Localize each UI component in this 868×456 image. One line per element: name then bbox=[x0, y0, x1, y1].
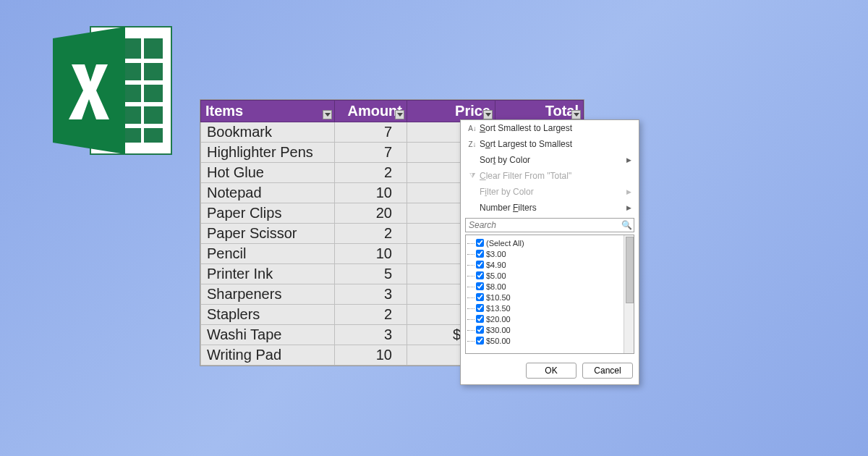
header-items[interactable]: Items bbox=[201, 101, 335, 122]
search-icon: 🔍 bbox=[619, 219, 634, 232]
scrollbar[interactable] bbox=[624, 235, 634, 353]
filter-menu: A↓ Sort Smallest to Largest Z↓ Sort Larg… bbox=[460, 119, 639, 385]
checklist-item[interactable]: $5.00 bbox=[467, 270, 632, 281]
checkbox[interactable] bbox=[476, 337, 484, 345]
cell-amount[interactable]: 5 bbox=[335, 264, 407, 284]
header-amount-label: Amount bbox=[347, 103, 402, 119]
menu-label: Sort Largest to Smallest bbox=[480, 139, 572, 149]
submenu-arrow-icon: ▶ bbox=[626, 188, 631, 195]
filter-dropdown-icon[interactable] bbox=[395, 110, 404, 119]
header-amount[interactable]: Amount bbox=[335, 101, 407, 122]
clear-filter: ⧩ Clear Filter From "Total" bbox=[461, 168, 639, 184]
cell-amount[interactable]: 2 bbox=[335, 224, 407, 244]
cell-amount[interactable]: 20 bbox=[335, 203, 407, 224]
checkbox[interactable] bbox=[476, 304, 484, 312]
cell-item[interactable]: Highlighter Pens bbox=[201, 143, 335, 163]
checklist-item-select-all[interactable]: (Select All) bbox=[467, 237, 632, 248]
filter-by-color: Filter by Color ▶ bbox=[461, 184, 639, 200]
cell-amount[interactable]: 2 bbox=[335, 163, 407, 183]
search-input[interactable] bbox=[466, 219, 619, 232]
cell-item[interactable]: Hot Glue bbox=[201, 163, 335, 183]
cell-item[interactable]: Notepad bbox=[201, 183, 335, 203]
cell-amount[interactable]: 10 bbox=[335, 345, 407, 366]
cell-item[interactable]: Writing Pad bbox=[201, 345, 335, 366]
checklist-label: $10.50 bbox=[486, 293, 511, 302]
checklist-item[interactable]: $3.00 bbox=[467, 248, 632, 259]
cell-item[interactable]: Printer Ink bbox=[201, 264, 335, 284]
filter-search[interactable]: 🔍 bbox=[465, 218, 634, 232]
sort-largest-to-smallest[interactable]: Z↓ Sort Largest to Smallest bbox=[461, 136, 639, 152]
checkbox[interactable] bbox=[476, 282, 484, 290]
cell-amount[interactable]: 3 bbox=[335, 284, 407, 305]
header-items-label: Items bbox=[205, 103, 243, 119]
excel-logo-icon bbox=[47, 18, 192, 163]
filter-dropdown-icon[interactable] bbox=[571, 110, 581, 119]
sort-smallest-to-largest[interactable]: A↓ Sort Smallest to Largest bbox=[461, 120, 639, 136]
filter-checklist[interactable]: (Select All) $3.00$4.90$5.00$8.00$10.50$… bbox=[465, 235, 634, 354]
cell-amount[interactable]: 7 bbox=[335, 143, 407, 163]
menu-button-row: OK Cancel bbox=[461, 358, 639, 384]
header-price[interactable]: Price bbox=[407, 101, 495, 122]
cell-amount[interactable]: 10 bbox=[335, 244, 407, 264]
cell-item[interactable]: Washi Tape bbox=[201, 325, 335, 345]
checkbox[interactable] bbox=[476, 261, 484, 269]
sort-asc-icon: A↓ bbox=[465, 124, 480, 132]
header-total[interactable]: Total bbox=[495, 101, 584, 122]
checkbox[interactable] bbox=[476, 315, 484, 323]
header-row: Items Amount Price Total bbox=[201, 101, 584, 122]
checklist-label: $5.00 bbox=[486, 271, 506, 280]
cell-item[interactable]: Bookmark bbox=[201, 122, 335, 143]
checklist-item[interactable]: $13.50 bbox=[467, 303, 632, 313]
checkbox[interactable] bbox=[476, 271, 484, 279]
checklist-item[interactable]: $30.00 bbox=[467, 324, 632, 335]
number-filters[interactable]: Number Filters ▶ bbox=[461, 200, 639, 216]
checkbox[interactable] bbox=[476, 293, 484, 301]
cell-amount[interactable]: 10 bbox=[335, 183, 407, 203]
cell-item[interactable]: Pencil bbox=[201, 244, 335, 264]
checklist-item[interactable]: $50.00 bbox=[467, 335, 632, 346]
checklist-item[interactable]: $10.50 bbox=[467, 292, 632, 303]
submenu-arrow-icon: ▶ bbox=[626, 156, 631, 164]
checkbox[interactable] bbox=[476, 250, 484, 258]
checkbox[interactable] bbox=[476, 239, 484, 247]
submenu-arrow-icon: ▶ bbox=[626, 204, 631, 211]
checkbox[interactable] bbox=[476, 326, 484, 334]
checklist-label: $13.50 bbox=[486, 304, 511, 313]
filter-dropdown-icon[interactable] bbox=[323, 110, 332, 119]
checklist-label: $8.00 bbox=[486, 282, 506, 291]
cell-item[interactable]: Staplers bbox=[201, 305, 335, 325]
checklist-label: $50.00 bbox=[486, 337, 511, 345]
filter-dropdown-icon[interactable] bbox=[483, 110, 493, 119]
cell-amount[interactable]: 7 bbox=[335, 122, 407, 143]
cancel-button[interactable]: Cancel bbox=[582, 363, 633, 379]
menu-label: Number Filters bbox=[480, 203, 537, 213]
clear-filter-icon: ⧩ bbox=[465, 172, 480, 180]
menu-label: Filter by Color bbox=[480, 187, 534, 197]
menu-label: Sort by Color bbox=[480, 155, 530, 165]
menu-label: Sort Smallest to Largest bbox=[480, 123, 572, 133]
cell-item[interactable]: Paper Scissor bbox=[201, 224, 335, 244]
checklist-item[interactable]: $4.90 bbox=[467, 259, 632, 270]
checklist-item[interactable]: $8.00 bbox=[467, 281, 632, 292]
checklist-label: $30.00 bbox=[486, 326, 511, 334]
checklist-label: $3.00 bbox=[486, 250, 506, 258]
checklist-label: (Select All) bbox=[486, 239, 524, 248]
cell-item[interactable]: Sharpeners bbox=[201, 284, 335, 305]
sort-by-color[interactable]: Sort by Color ▶ bbox=[461, 152, 639, 168]
cell-item[interactable]: Paper Clips bbox=[201, 203, 335, 224]
checklist-item[interactable]: $20.00 bbox=[467, 313, 632, 324]
ok-button[interactable]: OK bbox=[526, 363, 576, 379]
checklist-label: $4.90 bbox=[486, 261, 506, 269]
sort-desc-icon: Z↓ bbox=[465, 140, 480, 148]
checklist-label: $20.00 bbox=[486, 315, 511, 324]
menu-label: Clear Filter From "Total" bbox=[480, 171, 571, 181]
cell-amount[interactable]: 2 bbox=[335, 305, 407, 325]
cell-amount[interactable]: 3 bbox=[335, 325, 407, 345]
